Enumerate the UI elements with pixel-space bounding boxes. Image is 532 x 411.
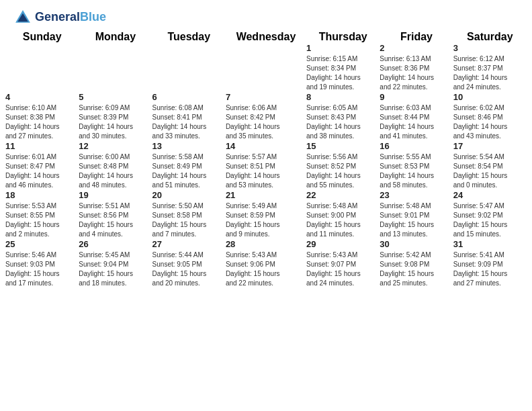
weekday-header-wednesday: Wednesday <box>226 31 306 43</box>
calendar-cell: 20Sunrise: 5:50 AMSunset: 8:58 PMDayligh… <box>152 190 226 239</box>
weekday-header-tuesday: Tuesday <box>152 31 226 43</box>
calendar-cell: 30Sunrise: 5:42 AMSunset: 9:08 PMDayligh… <box>380 239 453 288</box>
day-number: 31 <box>453 239 527 249</box>
day-number: 24 <box>453 190 527 200</box>
week-row-1: 1Sunrise: 6:15 AMSunset: 8:34 PMDaylight… <box>5 43 527 92</box>
day-number: 30 <box>380 239 453 249</box>
day-number: 18 <box>5 190 79 200</box>
weekday-header-monday: Monday <box>79 31 152 43</box>
logo-text: GeneralBlue <box>35 11 106 24</box>
calendar-table: SundayMondayTuesdayWednesdayThursdayFrid… <box>5 31 527 288</box>
calendar-cell <box>79 43 152 92</box>
day-number: 26 <box>79 239 152 249</box>
calendar-cell: 7Sunrise: 6:06 AMSunset: 8:42 PMDaylight… <box>226 92 306 141</box>
day-info: Sunrise: 5:43 AMSunset: 9:07 PMDaylight:… <box>306 250 380 288</box>
calendar-cell: 2Sunrise: 6:13 AMSunset: 8:36 PMDaylight… <box>380 43 453 92</box>
calendar-cell <box>152 43 226 92</box>
calendar-cell: 8Sunrise: 6:05 AMSunset: 8:43 PMDaylight… <box>306 92 380 141</box>
day-number: 25 <box>5 239 79 249</box>
week-row-3: 11Sunrise: 6:01 AMSunset: 8:47 PMDayligh… <box>5 141 527 190</box>
day-info: Sunrise: 5:48 AMSunset: 9:01 PMDaylight:… <box>380 201 453 239</box>
day-info: Sunrise: 5:53 AMSunset: 8:55 PMDaylight:… <box>5 201 79 239</box>
day-info: Sunrise: 5:42 AMSunset: 9:08 PMDaylight:… <box>380 250 453 288</box>
week-row-5: 25Sunrise: 5:46 AMSunset: 9:03 PMDayligh… <box>5 239 527 288</box>
day-number: 20 <box>152 190 226 200</box>
day-info: Sunrise: 5:45 AMSunset: 9:04 PMDaylight:… <box>79 250 152 288</box>
day-number: 8 <box>306 92 380 102</box>
day-number: 13 <box>152 141 226 151</box>
day-info: Sunrise: 6:02 AMSunset: 8:46 PMDaylight:… <box>453 103 527 141</box>
logo-icon <box>13 8 32 27</box>
day-info: Sunrise: 6:03 AMSunset: 8:44 PMDaylight:… <box>380 103 453 141</box>
day-info: Sunrise: 6:09 AMSunset: 8:39 PMDaylight:… <box>79 103 152 141</box>
calendar-cell: 15Sunrise: 5:56 AMSunset: 8:52 PMDayligh… <box>306 141 380 190</box>
day-info: Sunrise: 5:55 AMSunset: 8:53 PMDaylight:… <box>380 152 453 190</box>
calendar-cell: 26Sunrise: 5:45 AMSunset: 9:04 PMDayligh… <box>79 239 152 288</box>
calendar-cell: 31Sunrise: 5:41 AMSunset: 9:09 PMDayligh… <box>453 239 527 288</box>
day-info: Sunrise: 6:01 AMSunset: 8:47 PMDaylight:… <box>5 152 79 190</box>
calendar-cell: 16Sunrise: 5:55 AMSunset: 8:53 PMDayligh… <box>380 141 453 190</box>
day-info: Sunrise: 5:54 AMSunset: 8:54 PMDaylight:… <box>453 152 527 190</box>
calendar-cell: 24Sunrise: 5:47 AMSunset: 9:02 PMDayligh… <box>453 190 527 239</box>
calendar-cell <box>5 43 79 92</box>
day-info: Sunrise: 5:56 AMSunset: 8:52 PMDaylight:… <box>306 152 380 190</box>
day-number: 1 <box>306 43 380 53</box>
day-info: Sunrise: 5:48 AMSunset: 9:00 PMDaylight:… <box>306 201 380 239</box>
calendar-cell: 12Sunrise: 6:00 AMSunset: 8:48 PMDayligh… <box>79 141 152 190</box>
calendar-wrapper: SundayMondayTuesdayWednesdayThursdayFrid… <box>0 31 532 293</box>
header: GeneralBlue <box>0 0 532 31</box>
day-number: 21 <box>226 190 306 200</box>
day-number: 14 <box>226 141 306 151</box>
day-info: Sunrise: 5:43 AMSunset: 9:06 PMDaylight:… <box>226 250 306 288</box>
calendar-cell: 3Sunrise: 6:12 AMSunset: 8:37 PMDaylight… <box>453 43 527 92</box>
logo: GeneralBlue <box>13 8 106 27</box>
calendar-cell: 17Sunrise: 5:54 AMSunset: 8:54 PMDayligh… <box>453 141 527 190</box>
day-info: Sunrise: 5:57 AMSunset: 8:51 PMDaylight:… <box>226 152 306 190</box>
calendar-cell: 4Sunrise: 6:10 AMSunset: 8:38 PMDaylight… <box>5 92 79 141</box>
weekday-header-sunday: Sunday <box>5 31 79 43</box>
day-number: 29 <box>306 239 380 249</box>
day-number: 5 <box>79 92 152 102</box>
calendar-cell: 13Sunrise: 5:58 AMSunset: 8:49 PMDayligh… <box>152 141 226 190</box>
calendar-cell: 10Sunrise: 6:02 AMSunset: 8:46 PMDayligh… <box>453 92 527 141</box>
day-number: 17 <box>453 141 527 151</box>
day-info: Sunrise: 6:10 AMSunset: 8:38 PMDaylight:… <box>5 103 79 141</box>
calendar-cell: 27Sunrise: 5:44 AMSunset: 9:05 PMDayligh… <box>152 239 226 288</box>
day-number: 19 <box>79 190 152 200</box>
week-row-4: 18Sunrise: 5:53 AMSunset: 8:55 PMDayligh… <box>5 190 527 239</box>
day-number: 11 <box>5 141 79 151</box>
weekday-header-row: SundayMondayTuesdayWednesdayThursdayFrid… <box>5 31 527 43</box>
day-info: Sunrise: 6:08 AMSunset: 8:41 PMDaylight:… <box>152 103 226 141</box>
day-number: 28 <box>226 239 306 249</box>
calendar-cell: 5Sunrise: 6:09 AMSunset: 8:39 PMDaylight… <box>79 92 152 141</box>
day-info: Sunrise: 6:05 AMSunset: 8:43 PMDaylight:… <box>306 103 380 141</box>
day-info: Sunrise: 6:06 AMSunset: 8:42 PMDaylight:… <box>226 103 306 141</box>
day-number: 15 <box>306 141 380 151</box>
day-number: 6 <box>152 92 226 102</box>
day-info: Sunrise: 5:49 AMSunset: 8:59 PMDaylight:… <box>226 201 306 239</box>
day-info: Sunrise: 5:46 AMSunset: 9:03 PMDaylight:… <box>5 250 79 288</box>
calendar-cell: 28Sunrise: 5:43 AMSunset: 9:06 PMDayligh… <box>226 239 306 288</box>
calendar-cell: 1Sunrise: 6:15 AMSunset: 8:34 PMDaylight… <box>306 43 380 92</box>
day-number: 10 <box>453 92 527 102</box>
day-number: 2 <box>380 43 453 53</box>
day-info: Sunrise: 5:58 AMSunset: 8:49 PMDaylight:… <box>152 152 226 190</box>
weekday-header-friday: Friday <box>380 31 453 43</box>
day-number: 27 <box>152 239 226 249</box>
weekday-header-saturday: Saturday <box>453 31 527 43</box>
day-number: 12 <box>79 141 152 151</box>
day-info: Sunrise: 5:41 AMSunset: 9:09 PMDaylight:… <box>453 250 527 288</box>
day-info: Sunrise: 6:00 AMSunset: 8:48 PMDaylight:… <box>79 152 152 190</box>
day-number: 22 <box>306 190 380 200</box>
week-row-2: 4Sunrise: 6:10 AMSunset: 8:38 PMDaylight… <box>5 92 527 141</box>
day-info: Sunrise: 6:12 AMSunset: 8:37 PMDaylight:… <box>453 54 527 92</box>
calendar-cell: 18Sunrise: 5:53 AMSunset: 8:55 PMDayligh… <box>5 190 79 239</box>
calendar-cell: 23Sunrise: 5:48 AMSunset: 9:01 PMDayligh… <box>380 190 453 239</box>
calendar-cell: 19Sunrise: 5:51 AMSunset: 8:56 PMDayligh… <box>79 190 152 239</box>
day-info: Sunrise: 5:47 AMSunset: 9:02 PMDaylight:… <box>453 201 527 239</box>
calendar-cell: 29Sunrise: 5:43 AMSunset: 9:07 PMDayligh… <box>306 239 380 288</box>
day-number: 7 <box>226 92 306 102</box>
calendar-cell: 22Sunrise: 5:48 AMSunset: 9:00 PMDayligh… <box>306 190 380 239</box>
day-number: 9 <box>380 92 453 102</box>
calendar-cell: 21Sunrise: 5:49 AMSunset: 8:59 PMDayligh… <box>226 190 306 239</box>
